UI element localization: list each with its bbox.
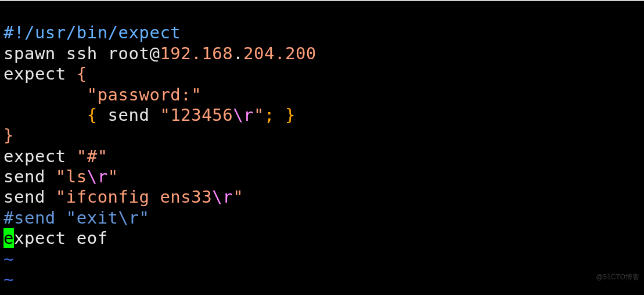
code-line-6: }: [3, 125, 14, 145]
code-line-9: send "ifconfig ens33\r": [3, 187, 243, 207]
code-line-4: "password:": [3, 85, 202, 105]
empty-line-tilde-2: ~: [3, 269, 14, 289]
shebang: #!/usr/bin/expect: [3, 23, 181, 42]
empty-line-tilde-1: ~: [3, 249, 14, 269]
text-cursor: e: [3, 228, 14, 248]
code-line-11: expect eof: [3, 228, 108, 248]
terminal-editor[interactable]: #!/usr/bin/expect spawn ssh root@192.168…: [0, 1, 644, 290]
code-line-3: expect {: [3, 64, 87, 84]
code-line-7: expect "#": [3, 146, 108, 166]
code-line-1: #!/usr/bin/expect: [3, 23, 181, 42]
watermark-text: @51CTO博客: [596, 272, 639, 282]
code-line-10: #send "exit\r": [3, 208, 149, 228]
code-line-5: { send "123456\r"; }: [3, 105, 296, 125]
code-line-8: send "ls\r": [3, 167, 118, 186]
code-line-2: spawn ssh root@192.168.204.200: [3, 44, 316, 63]
